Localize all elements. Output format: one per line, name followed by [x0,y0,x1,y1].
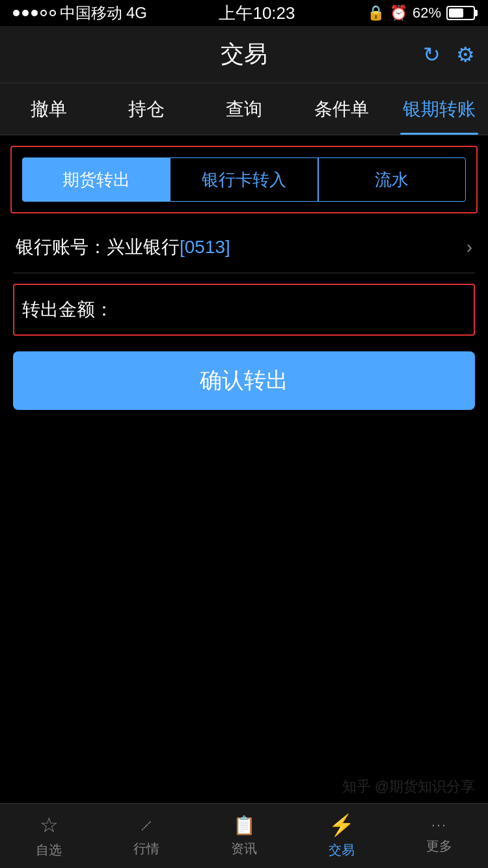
dot4 [40,10,47,16]
amount-row: 转出金额： [13,284,475,336]
dot1 [13,10,20,16]
nav-tabs: 撤单 持仓 查询 条件单 银期转账 [0,83,488,135]
bank-account-row[interactable]: 银行账号：兴业银行[0513] › [13,221,475,273]
bottom-nav: ☆ 自选 ⟋ 行情 📋 资讯 ⚡ 交易 ··· 更多 [0,803,488,868]
amount-input[interactable] [118,299,466,320]
network-label: 4G [126,4,147,22]
tab-银期转账[interactable]: 银期转账 [390,83,488,135]
page-title: 交易 [221,38,267,70]
star-icon: ☆ [40,813,59,837]
settings-button[interactable]: ⚙ [456,42,475,67]
bottom-nav-label-更多: 更多 [426,837,452,855]
bottom-nav-交易[interactable]: ⚡ 交易 [293,804,390,868]
trade-icon: ⚡ [329,813,355,837]
confirm-transfer-button[interactable]: 确认转出 [13,351,475,410]
subtab-期货转出[interactable]: 期货转出 [22,157,170,202]
battery-fill [449,8,463,18]
battery-percent: 62% [413,5,441,21]
dot5 [49,10,56,16]
content-area: 银行账号：兴业银行[0513] › 转出金额： 确认转出 [0,221,488,410]
battery-icon [446,6,475,20]
amount-label: 转出金额： [22,297,113,322]
alarm-icon: ⏰ [390,5,407,21]
bottom-nav-行情[interactable]: ⟋ 行情 [98,804,195,868]
signal-dots [13,10,56,16]
status-time: 上午10:23 [219,2,295,25]
news-icon: 📋 [233,815,256,836]
refresh-button[interactable]: ↻ [423,42,441,67]
dot3 [31,10,38,16]
lock-icon: 🔒 [367,5,385,21]
tab-持仓[interactable]: 持仓 [98,83,195,135]
status-left: 中国移动 4G [13,3,147,23]
bank-row-arrow-icon: › [467,237,472,258]
bottom-nav-label-交易: 交易 [329,841,355,859]
sub-tabs-wrapper: 期货转出 银行卡转入 流水 [0,135,488,219]
watermark: 知乎 @期货知识分享 [342,777,475,796]
bottom-nav-更多[interactable]: ··· 更多 [390,804,488,868]
sub-tabs: 期货转出 银行卡转入 流水 [10,146,478,213]
status-right: 🔒 ⏰ 62% [367,5,475,21]
status-bar: 中国移动 4G 上午10:23 🔒 ⏰ 62% [0,0,488,26]
bottom-nav-label-行情: 行情 [133,840,159,858]
header-actions: ↻ ⚙ [423,42,475,67]
bottom-nav-label-资讯: 资讯 [231,840,257,858]
tab-条件单[interactable]: 条件单 [293,83,390,135]
tab-查询[interactable]: 查询 [195,83,293,135]
bottom-nav-label-自选: 自选 [36,841,62,859]
bottom-nav-资讯[interactable]: 📋 资讯 [195,804,293,868]
bottom-nav-自选[interactable]: ☆ 自选 [0,804,98,868]
carrier-label: 中国移动 [60,3,122,23]
subtab-银行卡转入[interactable]: 银行卡转入 [170,157,318,202]
header: 交易 ↻ ⚙ [0,26,488,83]
bank-account-label: 银行账号：兴业银行[0513] [16,235,230,260]
more-icon: ··· [431,817,447,834]
subtab-流水[interactable]: 流水 [318,157,466,202]
chart-icon: ⟋ [137,815,156,836]
tab-撤单[interactable]: 撤单 [0,83,98,135]
dot2 [22,10,29,16]
